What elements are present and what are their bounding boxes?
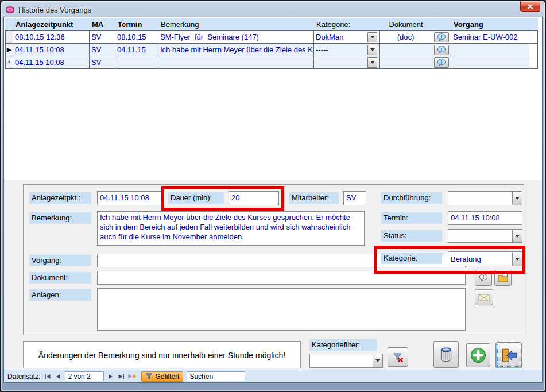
title-bar[interactable]: Historie des Vorgangs — [6, 3, 516, 17]
add-record-button[interactable] — [466, 343, 490, 367]
delete-record-button[interactable] — [433, 341, 459, 368]
record-selector[interactable] — [5, 31, 13, 44]
column-header-ma[interactable]: MA — [90, 18, 115, 31]
column-header-anlagezeitpunkt[interactable]: Anlagezeitpunkt — [13, 18, 90, 31]
first-record-icon — [44, 374, 51, 379]
kategorie-dropdown[interactable]: Beratung — [448, 251, 522, 266]
kategorie-value: DokMan — [316, 33, 343, 41]
datasheet-header-row: Anlagezeitpunkt MA Termin Bemerkung Kate… — [5, 18, 538, 31]
cell-dokument[interactable]: (doc) — [380, 31, 432, 44]
termin-field[interactable]: 04.11.15 10:08 — [448, 211, 522, 225]
cell-kategorie[interactable]: DokMan — [314, 31, 380, 44]
close-form-button[interactable] — [495, 342, 522, 368]
plus-icon — [470, 347, 486, 363]
bemerkung-field[interactable]: Ich habe mit Herrn Meyer über die Ziele … — [97, 211, 365, 246]
table-row: ▶ 04.11.15 10:08 SV 04.11.15 Ich habe mi… — [5, 44, 538, 56]
cell-comment-button — [432, 56, 451, 69]
first-record-button[interactable] — [42, 371, 53, 382]
column-header-selector — [5, 18, 13, 31]
table-row: 08.10.15 12:36 SV 08.10.15 SM-Flyer_für_… — [5, 31, 538, 44]
kategoriefilter-dropdown-button[interactable] — [373, 354, 382, 367]
cell-kategorie[interactable] — [314, 56, 380, 69]
cell-vorgang[interactable] — [451, 56, 529, 69]
copy-document-button[interactable] — [494, 270, 512, 286]
cell-anlagezeitpunkt[interactable]: 04.11.15 10:08 — [13, 56, 90, 69]
durchfuehrung-dropdown-button[interactable] — [512, 192, 522, 205]
durchfuehrung-dropdown[interactable] — [448, 191, 522, 205]
client-area: Anlagezeitpunkt MA Termin Bemerkung Kate… — [3, 17, 543, 383]
vorgang-label: Vorgang: — [29, 255, 91, 266]
close-button[interactable] — [520, 1, 540, 12]
cell-termin[interactable] — [115, 56, 158, 69]
kategorie-dropdown-button[interactable] — [512, 252, 522, 266]
new-record-button[interactable] — [126, 371, 137, 382]
comment-balloon-button[interactable] — [434, 45, 449, 55]
cell-dokument[interactable] — [380, 56, 432, 69]
exit-door-icon — [500, 348, 517, 363]
copy-to-folder-icon — [498, 273, 508, 282]
cell-dokument[interactable] — [380, 44, 432, 56]
cell-ma[interactable]: SV — [90, 44, 115, 56]
column-header-termin[interactable]: Termin — [115, 18, 158, 31]
dauer-field[interactable]: 20 — [229, 191, 279, 205]
cell-kategorie[interactable]: ----- — [314, 44, 380, 56]
anlagezeitpkt-field[interactable]: 04.11.15 10:08 — [97, 191, 162, 205]
record-navigation-bar: Datensatz: 2 von 2 — [4, 370, 542, 382]
bemerkung-label: Bemerkung: — [29, 212, 91, 224]
app-window: Historie des Vorgangs Anlagezeitpunkt MA… — [0, 0, 546, 392]
last-record-button[interactable] — [116, 371, 126, 382]
mitarbeiter-field[interactable]: SV — [343, 191, 366, 205]
kategorie-dropdown-button[interactable] — [367, 32, 377, 42]
record-nav-label: Datensatz: — [7, 372, 40, 381]
status-dropdown-button[interactable] — [512, 230, 522, 242]
cell-ma[interactable]: SV — [90, 31, 115, 44]
dokument-field[interactable] — [97, 271, 466, 285]
kategoriefilter-dropdown[interactable] — [309, 354, 383, 368]
last-record-icon — [118, 374, 125, 379]
app-icon — [6, 5, 15, 14]
next-record-button[interactable] — [106, 371, 116, 382]
previous-record-icon — [55, 374, 61, 379]
previous-record-button[interactable] — [53, 371, 63, 382]
record-position-box[interactable]: 2 von 2 — [65, 371, 104, 381]
cell-anlagezeitpunkt[interactable]: 04.11.15 10:08 — [13, 44, 90, 56]
cell-bemerkung[interactable]: SM-Flyer_für_Seminare (147) — [158, 31, 314, 44]
cell-ma[interactable]: SV — [90, 56, 115, 69]
notice-text: Änderungen der Bemerkung sind nur innerh… — [38, 351, 285, 360]
email-button[interactable] — [475, 289, 493, 305]
cell-comment-button — [432, 44, 451, 56]
column-header-vorgang[interactable]: Vorgang — [451, 18, 529, 31]
cell-extra — [529, 31, 538, 44]
cell-bemerkung[interactable]: Ich habe mit Herrn Meyer über die Ziele … — [158, 44, 314, 56]
cell-termin[interactable]: 04.11.15 — [115, 44, 158, 56]
next-record-icon — [108, 374, 114, 379]
record-selector-new[interactable]: * — [5, 56, 13, 69]
cell-bemerkung[interactable] — [158, 56, 314, 69]
chevron-down-icon — [515, 235, 520, 240]
cell-vorgang[interactable]: Seminar E-UW-002 — [451, 31, 529, 44]
cell-termin[interactable]: 08.10.15 — [115, 31, 158, 44]
record-selector-current[interactable]: ▶ — [5, 44, 13, 56]
comment-balloon-button[interactable] — [434, 57, 449, 68]
column-header-dokument[interactable]: Dokument — [380, 18, 432, 31]
column-header-bemerkung[interactable]: Bemerkung — [158, 18, 314, 31]
kategorie-dropdown-button[interactable] — [367, 57, 377, 68]
remove-filter-button[interactable] — [388, 347, 408, 367]
kategorie-dropdown-button[interactable] — [367, 45, 377, 55]
chevron-down-icon — [515, 258, 520, 263]
search-input[interactable]: Suchen — [187, 371, 245, 381]
comment-balloon-button[interactable] — [434, 32, 449, 42]
document-comment-button[interactable] — [475, 270, 492, 286]
status-dropdown[interactable] — [448, 229, 522, 243]
kategoriefilter-label: Kategoriefilter: — [309, 339, 377, 351]
column-header-balloon — [432, 18, 451, 31]
cell-anlagezeitpunkt[interactable]: 08.10.15 12:36 — [13, 31, 90, 44]
dauer-label: Dauer (min): — [168, 192, 224, 204]
column-header-kategorie[interactable]: Kategorie: — [314, 18, 380, 31]
anlagen-field[interactable] — [97, 288, 466, 331]
filtered-toggle-button[interactable]: Gefiltert — [141, 371, 183, 382]
kategorie-value: Beratung — [448, 255, 512, 263]
funnel-icon — [145, 372, 153, 380]
window-title: Historie des Vorgangs — [18, 6, 91, 14]
cell-vorgang[interactable] — [451, 44, 529, 56]
